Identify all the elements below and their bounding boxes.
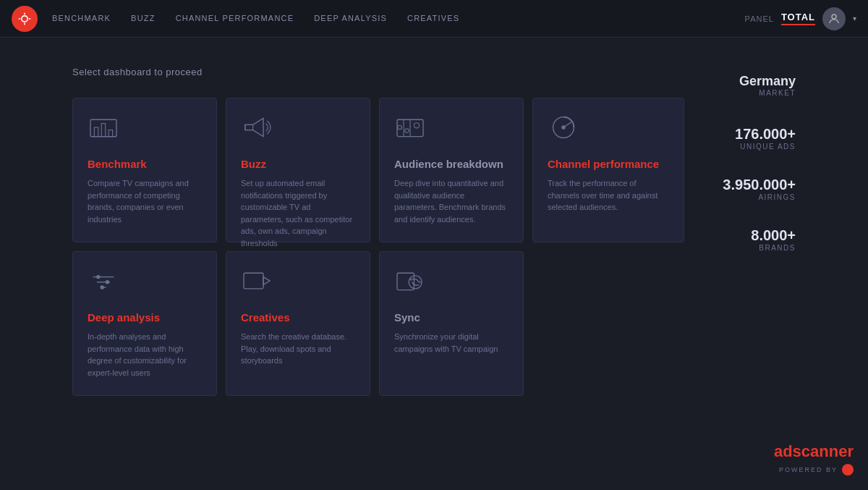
- svg-marker-7: [245, 118, 263, 136]
- sync-title: Sync: [394, 311, 509, 324]
- benchmark-title: Benchmark: [88, 158, 202, 170]
- adscanner-logo: adscanner: [774, 442, 854, 461]
- svg-rect-5: [101, 124, 105, 137]
- brands-label: BRANDS: [706, 244, 796, 252]
- total-label: TOTAL: [781, 12, 815, 25]
- channel-icon: [548, 114, 669, 143]
- unique-ads-label: UNIQUE ADS: [706, 143, 796, 151]
- svg-point-12: [414, 123, 419, 128]
- market-country: Germany: [706, 74, 796, 89]
- nav-links: BENCHMARK BUZZ CHANNEL PERFORMANCE DEEP …: [52, 11, 745, 27]
- creatives-desc: Search the creative database. Play, down…: [241, 331, 355, 367]
- vodafone-icon: [842, 464, 854, 476]
- nav-benchmark[interactable]: BENCHMARK: [52, 11, 111, 27]
- audience-desc: Deep dive into quantitative and qualitat…: [394, 177, 509, 225]
- app-logo[interactable]: [12, 6, 38, 32]
- card-audience-breakdown[interactable]: Audience breakdown Deep dive into quanti…: [379, 98, 524, 242]
- airings-label: AIRINGS: [706, 193, 796, 201]
- nav-right: PANEL TOTAL ▾: [745, 7, 856, 30]
- benchmark-desc: Compare TV campaigns and performance of …: [88, 177, 202, 225]
- audience-title: Audience breakdown: [394, 158, 509, 170]
- nav-channel-performance[interactable]: CHANNEL PERFORMANCE: [176, 11, 294, 27]
- channel-performance-desc: Track the performance of channels over t…: [548, 177, 669, 214]
- airings-stat: 3.950.000+ AIRINGS: [706, 177, 796, 201]
- svg-rect-6: [109, 130, 112, 137]
- logo-part1: ad: [774, 442, 793, 460]
- powered-by-text: POWERED BY: [779, 466, 838, 473]
- branding: adscanner POWERED BY: [774, 442, 854, 476]
- svg-point-1: [832, 14, 836, 19]
- chart-icon: [88, 114, 202, 143]
- svg-marker-29: [420, 281, 422, 284]
- svg-marker-25: [263, 277, 270, 285]
- filter-icon: [88, 268, 202, 297]
- market-label: MARKET: [706, 89, 796, 97]
- card-sync[interactable]: Sync Synchronize your digital campaigns …: [379, 251, 524, 396]
- left-content: Select dashboard to proceed Benchmark Co…: [72, 67, 684, 396]
- video-icon: [241, 268, 355, 297]
- unique-ads-stat: 176.000+ UNIQUE ADS: [706, 126, 796, 151]
- unique-ads-value: 176.000+: [706, 126, 796, 143]
- buzz-title: Buzz: [241, 158, 355, 170]
- navbar: BENCHMARK BUZZ CHANNEL PERFORMANCE DEEP …: [0, 0, 868, 38]
- audience-icon: [394, 114, 509, 143]
- buzz-desc: Set up automated email notifications tri…: [241, 177, 355, 249]
- deep-analysis-desc: In-depth analyses and performance data w…: [88, 331, 202, 379]
- dashboard-grid: Benchmark Compare TV campaigns and perfo…: [72, 98, 684, 396]
- avatar[interactable]: [822, 7, 846, 30]
- airings-value: 3.950.000+: [706, 177, 796, 193]
- svg-point-13: [398, 125, 401, 129]
- powered-by: POWERED BY: [779, 464, 854, 476]
- card-buzz[interactable]: Buzz Set up automated email notification…: [226, 98, 370, 242]
- stats-sidebar: Germany MARKET 176.000+ UNIQUE ADS 3.950…: [706, 67, 796, 396]
- logo-part2: scanner: [793, 442, 854, 460]
- nav-buzz[interactable]: BUZZ: [131, 11, 156, 27]
- svg-point-0: [22, 15, 27, 21]
- page-subtitle: Select dashboard to proceed: [72, 67, 684, 77]
- brands-value: 8.000+: [706, 227, 796, 244]
- card-creatives[interactable]: Creatives Search the creative database. …: [226, 251, 370, 396]
- svg-point-14: [405, 129, 409, 132]
- svg-point-23: [101, 285, 104, 289]
- svg-rect-4: [94, 127, 98, 137]
- deep-analysis-title: Deep analysis: [88, 311, 202, 324]
- card-channel-performance[interactable]: Channel performance Track the performanc…: [532, 98, 684, 242]
- nav-creatives[interactable]: CREATIVES: [407, 11, 459, 27]
- user-menu-chevron[interactable]: ▾: [853, 14, 856, 22]
- svg-line-17: [563, 122, 571, 127]
- svg-rect-8: [245, 124, 253, 130]
- card-deep-analysis[interactable]: Deep analysis In-depth analyses and perf…: [72, 251, 217, 396]
- sync-desc: Synchronize your digital campaigns with …: [394, 331, 509, 355]
- market-stat: Germany MARKET: [706, 74, 796, 97]
- creatives-title: Creatives: [241, 311, 355, 324]
- panel-label: PANEL: [745, 14, 774, 23]
- megaphone-icon: [241, 114, 355, 143]
- brands-stat: 8.000+ BRANDS: [706, 227, 796, 252]
- svg-point-22: [106, 280, 109, 284]
- nav-deep-analysis[interactable]: DEEP ANALYSIS: [314, 11, 387, 27]
- channel-performance-title: Channel performance: [548, 158, 669, 170]
- card-benchmark[interactable]: Benchmark Compare TV campaigns and perfo…: [72, 98, 217, 242]
- main-content: Select dashboard to proceed Benchmark Co…: [0, 38, 868, 425]
- sync-icon: [394, 268, 509, 297]
- svg-rect-24: [244, 273, 263, 289]
- svg-point-21: [96, 275, 100, 279]
